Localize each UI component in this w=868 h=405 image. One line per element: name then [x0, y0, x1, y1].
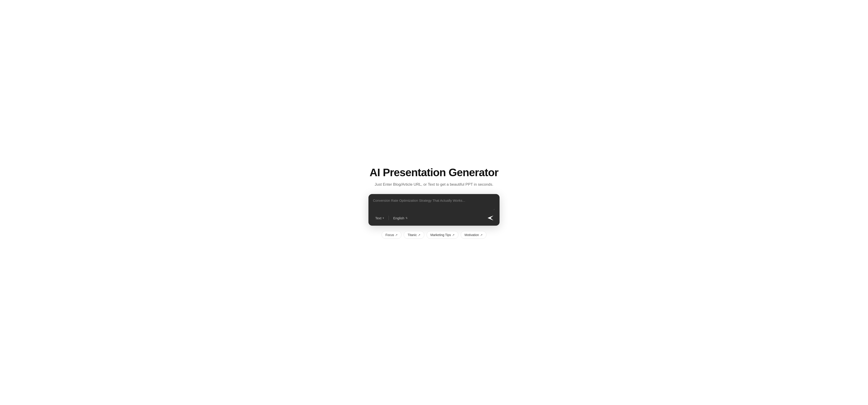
chip-label: Motivation [465, 233, 479, 237]
type-dropdown-button[interactable]: Text ▾ [373, 215, 386, 222]
chip-arrow-icon: ↗ [452, 233, 455, 237]
submit-button[interactable] [486, 213, 495, 223]
send-icon [487, 215, 494, 221]
suggestion-chip[interactable]: Focus↗ [381, 231, 401, 239]
chip-arrow-icon: ↗ [395, 233, 398, 237]
page-subtitle: Just Enter Blog/Article URL, or Text to … [375, 182, 493, 187]
textarea-wrapper: ⌟ [373, 198, 495, 211]
type-dropdown-chevron: ▾ [383, 216, 384, 220]
language-dropdown-button[interactable]: English ⇅ [391, 215, 410, 222]
suggestion-chips: Focus↗Titanic↗Marketing Tips↗Motivation↗ [381, 231, 487, 239]
chip-arrow-icon: ↗ [480, 233, 483, 237]
main-container: AI Presentation Generator Just Enter Blo… [364, 157, 504, 248]
suggestion-chip[interactable]: Titanic↗ [404, 231, 424, 239]
suggestion-chip[interactable]: Motivation↗ [461, 231, 487, 239]
chip-label: Titanic [408, 233, 417, 237]
language-dropdown-label: English [393, 216, 404, 220]
input-card: ⌟ Text ▾ English ⇅ [368, 194, 500, 226]
chip-arrow-icon: ↗ [418, 233, 421, 237]
language-dropdown-chevron: ⇅ [405, 216, 408, 220]
page-title: AI Presentation Generator [370, 166, 498, 179]
chip-label: Focus [385, 233, 394, 237]
type-dropdown-label: Text [375, 216, 381, 220]
main-input[interactable] [373, 198, 495, 210]
dropdown-divider [389, 216, 389, 220]
resize-handle: ⌟ [493, 207, 495, 210]
chip-label: Marketing Tips [430, 233, 451, 237]
input-bottom-row: Text ▾ English ⇅ [373, 213, 495, 223]
input-controls-left: Text ▾ English ⇅ [373, 215, 410, 222]
suggestion-chip[interactable]: Marketing Tips↗ [427, 231, 458, 239]
